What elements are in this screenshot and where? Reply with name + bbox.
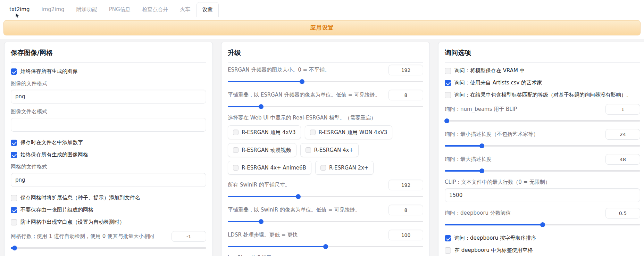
slider-handle[interactable] (479, 168, 484, 173)
tab-settings[interactable]: 设置 (196, 2, 219, 17)
swinir-overlap-value[interactable]: 8 (388, 205, 423, 215)
always-save-grids-checkbox[interactable] (11, 152, 17, 158)
slider-handle[interactable] (323, 244, 328, 249)
slider-handle[interactable] (300, 79, 304, 84)
slider-fill (228, 221, 261, 222)
esrgan-tile-slider[interactable] (228, 79, 423, 84)
slider-handle[interactable] (259, 104, 264, 109)
ldsr-steps-slider[interactable] (228, 244, 423, 249)
keep-models-vram-row[interactable]: 询问：将模型保存在 VRAM 中 (445, 67, 640, 74)
slider-handle[interactable] (540, 222, 545, 227)
slider-handle[interactable] (12, 246, 17, 250)
deepbooru-sort-alpha-row[interactable]: 询问：deepbooru 按字母顺序排序 (445, 235, 640, 241)
model-checkbox[interactable] (320, 165, 326, 171)
model-checkbox[interactable] (233, 130, 239, 135)
max-description-length-slider[interactable] (445, 168, 640, 173)
model-r-esrgan-4x-plus-anime6b[interactable]: R-ESRGAN 4x+ Anime6B (228, 161, 311, 175)
no-single-image-grid-row[interactable]: 不要保存由一张图片组成的网格 (11, 207, 206, 213)
min-description-length-slider[interactable] (445, 143, 640, 148)
prevent-empty-spots-checkbox[interactable] (11, 219, 17, 225)
upscaling-panel-title: 升级 (228, 48, 423, 63)
image-format-input[interactable] (11, 90, 206, 104)
deepbooru-use-spaces-row[interactable]: 在 deepbooru 中为标签使用空格 (445, 247, 640, 254)
include-model-ranks-checkbox[interactable] (445, 92, 451, 98)
model-checkbox[interactable] (310, 130, 316, 135)
grid-rows-field: 网格行数；使用 1 进行自动检测，使用 0 使其与批量大小相同 -1 (11, 231, 206, 250)
tab-train[interactable]: 火车 (174, 2, 196, 17)
grid-extended-info-checkbox[interactable] (11, 195, 17, 201)
checkbox-label: 保存网格时将扩展信息（种子、提示）添加到文件名 (20, 195, 140, 201)
no-single-image-grid-checkbox[interactable] (11, 207, 17, 213)
always-save-images-row[interactable]: 始终保存所有生成的图像 (11, 68, 206, 75)
prevent-empty-spots-row[interactable]: 防止网格中出现空白点（设置为自动检测时） (11, 219, 206, 225)
grid-extended-info-row[interactable]: 保存网格时将扩展信息（种子、提示）添加到文件名 (11, 195, 206, 201)
tab-txt2img[interactable]: txt2img (3, 2, 35, 17)
grid-format-label: 网格的文件格式 (11, 164, 206, 170)
include-model-ranks-row[interactable]: 询问：在结果中包含模型标签匹配的等级（对基于标题的询问器没有影响）。 (445, 92, 640, 98)
slider-handle[interactable] (444, 118, 449, 123)
slider-fill (228, 106, 261, 107)
ldsr-steps-value[interactable]: 100 (388, 230, 423, 240)
slider-handle[interactable] (259, 219, 264, 224)
settings-content: 保存图像/网格 始终保存所有生成的图像 图像的文件格式 图像文件名模式 保存时在… (0, 39, 644, 256)
swinir-tile-value[interactable]: 192 (388, 180, 423, 190)
add-number-checkbox[interactable] (11, 140, 17, 146)
tab-checkpoint-merger[interactable]: 检查点合并 (136, 2, 174, 17)
model-r-esrgan-general-wdn-4xv3[interactable]: R-ESRGAN 通用 WDN 4xV3 (305, 125, 393, 139)
slider-fill (445, 145, 482, 147)
model-r-esrgan-4x-plus[interactable]: R-ESRGAN 4x+ (300, 143, 359, 157)
deepbooru-threshold-label: 询问：deepbooru 分数阈值 (445, 210, 601, 216)
deepbooru-use-spaces-checkbox[interactable] (445, 247, 451, 254)
clip-max-lines-label: CLIP：文本文件中的最大行数（0 = 无限制） (445, 179, 640, 185)
swinir-overlap-slider[interactable] (228, 219, 423, 224)
model-r-esrgan-general-4xv3[interactable]: R-ESRGAN 通用 4xV3 (228, 125, 301, 139)
slider-handle[interactable] (296, 194, 301, 199)
always-save-images-checkbox[interactable] (11, 68, 17, 75)
clip-max-lines-input[interactable] (445, 188, 640, 202)
interrogate-panel: 询问选项 询问：将模型保存在 VRAM 中 询问：使用来自 Artists.cs… (438, 42, 644, 256)
ldsr-steps-label: LDSR 处理步骤。更低 = 更快 (228, 232, 384, 238)
esrgan-overlap-value[interactable]: 8 (388, 90, 423, 100)
grid-format-input[interactable] (11, 173, 206, 187)
swinir-tile-field: 所有 SwinIR 的平铺尺寸。 192 (228, 180, 423, 199)
grid-rows-slider[interactable] (11, 246, 206, 250)
checkbox-label: 询问：使用来自 Artists.csv 的艺术家 (454, 80, 542, 86)
model-checkbox[interactable] (233, 147, 239, 153)
min-description-length-value[interactable]: 24 (605, 129, 640, 140)
esrgan-tile-value[interactable]: 192 (388, 65, 423, 75)
deepbooru-sort-alpha-checkbox[interactable] (445, 235, 451, 241)
num-beams-value[interactable]: 1 (605, 104, 640, 115)
slider-track (11, 247, 206, 249)
slider-fill (228, 81, 302, 82)
realesrgan-models-label: 选择要在 Web UI 中显示的 Real-ESRGAN 模型。（需要重启） (228, 115, 423, 121)
esrgan-tile-label: ESRGAN 升频器的图块大小。0 = 不平铺。 (228, 67, 384, 73)
model-r-esrgan-2x-plus[interactable]: R-ESRGAN 2x+ (315, 161, 374, 175)
ldsr-steps-field: LDSR 处理步骤。更低 = 更快 100 (228, 230, 423, 249)
add-number-row[interactable]: 保存时在文件名中添加数字 (11, 139, 206, 146)
slider-handle[interactable] (479, 143, 484, 148)
grid-rows-value[interactable]: -1 (172, 231, 206, 242)
model-checkbox[interactable] (233, 165, 239, 171)
checkbox-label: 保存时在文件名中添加数字 (20, 139, 83, 146)
tab-extras[interactable]: 附加功能 (70, 2, 103, 17)
checkbox-label: 询问：deepbooru 按字母顺序排序 (454, 235, 536, 241)
tab-png-info[interactable]: PNG信息 (103, 2, 136, 17)
model-checkbox[interactable] (306, 147, 311, 153)
deepbooru-threshold-slider[interactable] (445, 222, 640, 227)
tab-img2img[interactable]: img2img (35, 2, 70, 17)
num-beams-slider[interactable] (445, 118, 640, 123)
use-artists-csv-row[interactable]: 询问：使用来自 Artists.csv 的艺术家 (445, 80, 640, 86)
esrgan-overlap-slider[interactable] (228, 104, 423, 109)
image-filename-pattern-input[interactable] (11, 118, 206, 132)
deepbooru-threshold-value[interactable]: 0.5 (605, 208, 640, 218)
apply-settings-button[interactable]: 应用设置 (3, 20, 641, 35)
use-artists-csv-checkbox[interactable] (445, 80, 451, 86)
max-description-length-value[interactable]: 48 (605, 154, 640, 165)
model-r-esrgan-anime-video[interactable]: R-ESRGAN 动漫视频 (228, 143, 296, 157)
checkbox-label: 始终保存所有生成的图像 (20, 68, 78, 75)
slider-fill (445, 224, 543, 225)
swinir-tile-slider[interactable] (228, 194, 423, 199)
keep-models-vram-checkbox[interactable] (445, 68, 451, 74)
always-save-grids-row[interactable]: 始终保存所有生成的图像网格 (11, 151, 206, 158)
checkbox-label: 防止网格中出现空白点（设置为自动检测时） (20, 219, 125, 225)
